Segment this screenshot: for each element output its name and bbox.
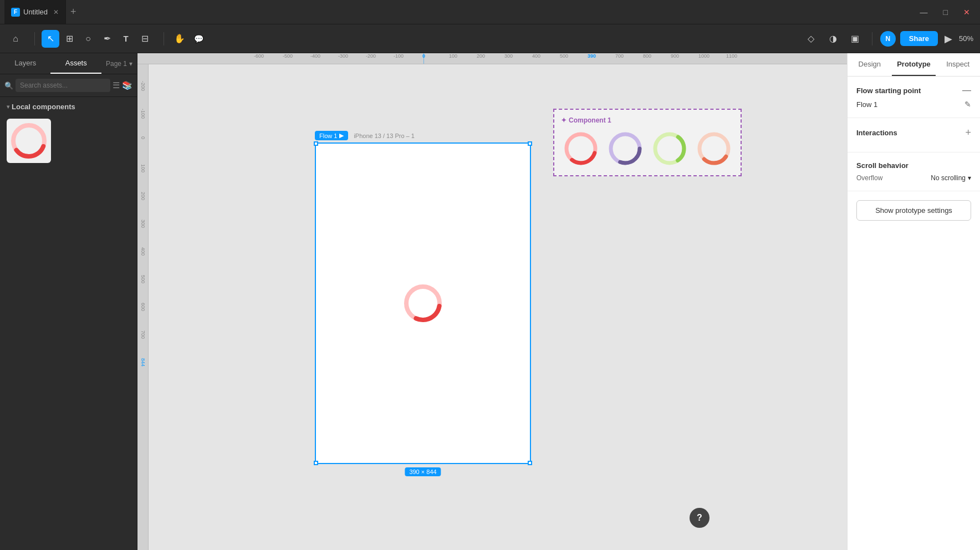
zoom-label[interactable]: 50% (959, 34, 973, 43)
component-icons (561, 129, 734, 169)
home-tool[interactable]: ⌂ (7, 30, 24, 48)
toolbar-divider-2 (164, 32, 164, 45)
tool-group-view: ✋ 💬 (171, 30, 207, 48)
scroll-behavior-title: Scroll behavior (856, 161, 908, 170)
flow-badge[interactable]: Flow 1 ▶ (315, 131, 348, 140)
avatar: N (880, 31, 896, 47)
help-button[interactable]: ? (690, 508, 710, 528)
resize-handle-bl[interactable] (314, 461, 318, 465)
canvas-area[interactable]: -600 -500 -400 -300 -200 -100 0 100 200 … (137, 53, 847, 550)
interactions-header: Interactions + (856, 127, 971, 139)
interactions-title: Interactions (856, 129, 897, 137)
app-body: Layers Assets Page 1 ▾ 🔍 ☰ 📚 ▾ Local com… (0, 53, 980, 550)
right-panel-tabs: Design Prototype Inspect (848, 53, 980, 77)
tab-favicon: F (11, 8, 20, 17)
component-variant-2[interactable] (605, 129, 645, 169)
component-tool[interactable]: ⊟ (136, 30, 154, 48)
resize-handle-br[interactable] (528, 461, 532, 465)
interactions-section: Interactions + (848, 118, 980, 152)
tab-prototype[interactable]: Prototype (892, 53, 936, 76)
titlebar-tabs: F Untitled ✕ + (4, 0, 81, 24)
play-icon: ▶ (339, 132, 344, 139)
frame-tool[interactable]: ⊞ (60, 30, 78, 48)
share-button[interactable]: Share (900, 31, 938, 46)
pen-tool[interactable]: ✒ (98, 30, 116, 48)
component-box: ✦ Component 1 (553, 109, 742, 176)
tab-layers[interactable]: Layers (0, 53, 50, 74)
close-button[interactable]: ✕ (958, 6, 976, 19)
close-tab-icon[interactable]: ✕ (53, 8, 59, 16)
tab-assets[interactable]: Assets (50, 53, 101, 74)
chevron-down-icon: ▾ (7, 104, 9, 110)
no-scrolling-value: No scrolling (931, 174, 966, 182)
scroll-behavior-section: Scroll behavior Overflow No scrolling ▾ (848, 152, 980, 191)
theme-icon[interactable]: ◑ (824, 30, 842, 48)
right-panel: Design Prototype Inspect Flow starting p… (847, 53, 980, 550)
flow-row: Flow 1 ✎ (856, 100, 971, 109)
canvas-content: Flow 1 ▶ iPhone 13 / 13 Pro – 1 390 (149, 64, 847, 550)
component-thumbnail[interactable] (7, 119, 51, 163)
fill-icon[interactable]: ▣ (846, 30, 864, 48)
comment-tool[interactable]: 💬 (190, 30, 207, 48)
toolbar-right: ◇ ◑ ▣ N Share ▶ 50% (802, 30, 973, 48)
page-selector[interactable]: Page 1 ▾ (101, 53, 137, 74)
resize-handle-tr[interactable] (528, 141, 532, 146)
chevron-down-icon: ▾ (968, 174, 971, 182)
active-tab[interactable]: F Untitled ✕ (4, 0, 66, 24)
titlebar-right: — □ ✕ (915, 6, 976, 19)
frame-name-label: iPhone 13 / 13 Pro – 1 (354, 133, 414, 139)
search-icon: 🔍 (4, 82, 13, 90)
component-variant-1[interactable] (561, 129, 601, 169)
tab-title: Untitled (23, 8, 48, 16)
frame-box[interactable]: 390 × 844 (315, 142, 531, 464)
search-input[interactable] (16, 79, 110, 92)
flow-edit-icon[interactable]: ✎ (964, 100, 971, 109)
component-label: ✦ Component 1 (561, 116, 734, 124)
flow-collapse-icon[interactable]: — (962, 85, 971, 95)
frame-container: Flow 1 ▶ iPhone 13 / 13 Pro – 1 390 (315, 131, 531, 464)
overflow-label: Overflow (856, 174, 882, 182)
component-variant-3[interactable] (650, 129, 690, 169)
tab-design[interactable]: Design (848, 53, 892, 76)
local-components-label: Local components (12, 103, 75, 111)
show-prototype-settings-button[interactable]: Show prototype settings (856, 200, 971, 221)
shape-tool[interactable]: ○ (79, 30, 97, 48)
panel-tabs: Layers Assets Page 1 ▾ (0, 53, 137, 74)
titlebar: F Untitled ✕ + — □ ✕ (0, 0, 980, 24)
hand-tool[interactable]: ✋ (171, 30, 188, 48)
toolbar: ⌂ ↖ ⊞ ○ ✒ T ⊟ ✋ 💬 ◇ ◑ ▣ N Share ▶ 50% (0, 24, 980, 53)
tab-inspect[interactable]: Inspect (936, 53, 980, 76)
local-components-header[interactable]: ▾ Local components (0, 97, 137, 114)
toolbar-divider-3 (872, 32, 872, 45)
minimize-button[interactable]: — (915, 6, 933, 19)
search-row: 🔍 ☰ 📚 (0, 74, 137, 97)
play-button[interactable]: ▶ (942, 30, 955, 47)
toolbar-divider-1 (34, 32, 35, 45)
flow-starting-point-header: Flow starting point — (856, 85, 971, 95)
ruler-top: -600 -500 -400 -300 -200 -100 0 100 200 … (137, 53, 847, 64)
no-scrolling-select[interactable]: No scrolling ▾ (931, 174, 971, 182)
flow-starting-point-title: Flow starting point (856, 86, 921, 95)
component-variant-4[interactable] (694, 129, 734, 169)
maximize-button[interactable]: □ (938, 6, 953, 19)
overflow-row: Overflow No scrolling ▾ (856, 174, 971, 182)
panel-view-icons: ☰ 📚 (113, 80, 132, 90)
move-tool[interactable]: ↖ (42, 30, 59, 48)
frame-label: Flow 1 ▶ iPhone 13 / 13 Pro – 1 (315, 131, 531, 140)
grid-view-icon[interactable]: 📚 (122, 80, 132, 90)
tool-group-select: ↖ ⊞ ○ ✒ T ⊟ (42, 30, 154, 48)
frame-size-label: 390 × 844 (405, 467, 441, 476)
flow-name: Flow 1 (856, 100, 877, 109)
text-tool[interactable]: T (117, 30, 135, 48)
list-view-icon[interactable]: ☰ (113, 80, 120, 90)
resize-handle-tl[interactable] (314, 141, 318, 146)
ruler-left: -200 -100 0 100 200 300 400 500 600 700 … (137, 64, 149, 550)
flow-starting-point-section: Flow starting point — Flow 1 ✎ (848, 77, 980, 118)
plugin-icon[interactable]: ◇ (802, 30, 820, 48)
frame-spinner (401, 281, 445, 325)
new-tab-button[interactable]: + (66, 6, 81, 18)
scroll-behavior-header: Scroll behavior (856, 161, 971, 170)
add-interaction-icon[interactable]: + (965, 127, 971, 139)
left-panel: Layers Assets Page 1 ▾ 🔍 ☰ 📚 ▾ Local com… (0, 53, 137, 550)
tool-group-main: ⌂ (7, 30, 24, 48)
